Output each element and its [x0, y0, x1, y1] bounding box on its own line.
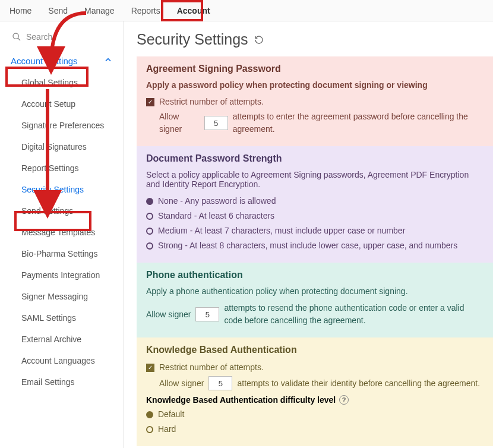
- card-desc: Select a policy applicable to Agreement …: [146, 170, 483, 189]
- card-heading: Document Password Strength: [146, 153, 483, 164]
- sidebar-search[interactable]: Search: [0, 29, 123, 50]
- sidebar-item-payments-integration[interactable]: Payments Integration: [0, 264, 123, 286]
- tab-home[interactable]: Home: [10, 1, 31, 20]
- kba-restrict-checkbox[interactable]: ✓: [146, 364, 154, 372]
- sidebar: Search Account Settings Global SettingsA…: [0, 21, 124, 448]
- sidebar-item-message-templates[interactable]: Message Templates: [0, 222, 123, 243]
- card-desc: Apply a password policy when protecting …: [146, 80, 483, 90]
- sidebar-item-security-settings[interactable]: Security Settings: [0, 179, 123, 200]
- card-heading: Phone authentication: [146, 270, 483, 280]
- restrict-attempts-label: Restrict number of attempts.: [159, 96, 264, 108]
- strength-radio-1[interactable]: [146, 213, 153, 220]
- svg-line-1: [18, 38, 20, 40]
- sidebar-item-external-archive[interactable]: External Archive: [0, 329, 123, 350]
- chevron-up-icon: [104, 56, 112, 66]
- sidebar-section-label: Account Settings: [11, 56, 78, 66]
- sidebar-item-email-settings[interactable]: Email Settings: [0, 371, 123, 393]
- sidebar-item-account-setup[interactable]: Account Setup: [0, 93, 123, 115]
- page-title: Security Settings: [137, 31, 493, 48]
- strength-radio-2[interactable]: [146, 228, 153, 235]
- tab-reports[interactable]: Reports: [131, 1, 160, 20]
- kba-radio-1[interactable]: [146, 426, 153, 433]
- sidebar-item-send-settings[interactable]: Send Settings: [0, 200, 123, 222]
- strength-radio-3[interactable]: [146, 242, 153, 250]
- search-icon: [12, 32, 21, 42]
- help-icon[interactable]: ?: [339, 395, 349, 405]
- sidebar-item-saml-settings[interactable]: SAML Settings: [0, 307, 123, 329]
- tab-send[interactable]: Send: [48, 1, 68, 20]
- card-desc: Apply a phone authentication policy when…: [146, 286, 483, 296]
- card-document-password-strength: Document Password Strength Select a poli…: [137, 146, 493, 263]
- sidebar-item-global-settings[interactable]: Global Settings: [0, 72, 123, 93]
- sidebar-item-report-settings[interactable]: Report Settings: [0, 157, 123, 179]
- top-nav: HomeSendManageReportsAccount: [0, 0, 493, 21]
- sidebar-item-account-languages[interactable]: Account Languages: [0, 350, 123, 371]
- tab-account[interactable]: Account: [177, 1, 210, 20]
- card-knowledge-based-authentication: Knowledge Based Authentication ✓ Restric…: [137, 337, 493, 446]
- restrict-attempts-checkbox[interactable]: ✓: [146, 98, 154, 106]
- card-phone-authentication: Phone authentication Apply a phone authe…: [137, 263, 493, 337]
- tab-manage[interactable]: Manage: [84, 1, 115, 20]
- sidebar-section-account-settings[interactable]: Account Settings: [0, 50, 123, 72]
- sidebar-item-signer-messaging[interactable]: Signer Messaging: [0, 286, 123, 307]
- main-content: Security Settings Agreement Signing Pass…: [124, 21, 493, 448]
- card-agreement-signing-password: Agreement Signing Password Apply a passw…: [137, 56, 493, 146]
- agreement-attempts-input[interactable]: [204, 116, 228, 130]
- kba-difficulty-label: Knowledge Based Authentication difficult…: [146, 395, 483, 405]
- refresh-icon[interactable]: [254, 35, 264, 45]
- card-heading: Agreement Signing Password: [146, 64, 483, 74]
- sidebar-item-signature-preferences[interactable]: Signature Preferences: [0, 115, 123, 136]
- kba-restrict-label: Restrict number of attempts.: [159, 361, 264, 374]
- strength-radio-0[interactable]: [146, 198, 153, 205]
- search-placeholder: Search: [26, 32, 52, 42]
- sidebar-item-bio-pharma-settings[interactable]: Bio-Pharma Settings: [0, 243, 123, 264]
- card-heading: Knowledge Based Authentication: [146, 345, 483, 355]
- kba-radio-0[interactable]: [146, 411, 153, 418]
- svg-point-0: [13, 33, 18, 39]
- phone-attempts-input[interactable]: [195, 307, 219, 321]
- sidebar-item-digital-signatures[interactable]: Digital Signatures: [0, 136, 123, 157]
- kba-attempts-input[interactable]: [208, 376, 232, 390]
